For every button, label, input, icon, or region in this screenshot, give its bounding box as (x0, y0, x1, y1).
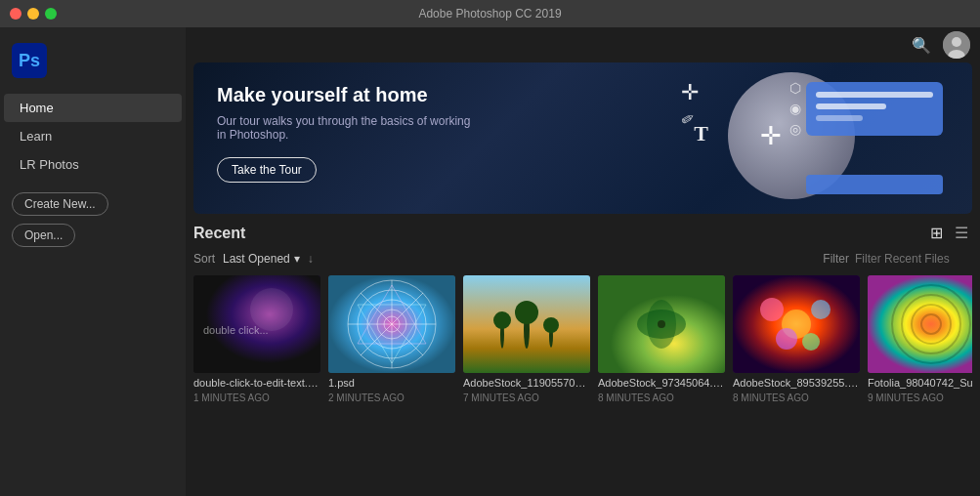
sidebar: Ps Home Learn LR Photos Create New... Op… (0, 27, 186, 496)
sort-bar: Sort Last Opened ▾ ↓ Filter (193, 252, 972, 266)
hero-decoration: ✛ ✏ T ✛ ⬡ ◉ ◎ (484, 62, 972, 214)
avatar[interactable] (943, 31, 970, 59)
file-time: 8 MINUTES AGO (598, 393, 725, 403)
file-thumbnail (328, 275, 455, 373)
svg-point-22 (493, 311, 511, 329)
hero-banner: Make yourself at home Our tour walks you… (193, 62, 972, 214)
file-name: AdobeStock_97345064.jpeg (598, 377, 725, 389)
move-tool-icon: ✛ (760, 121, 782, 151)
sidebar-item-home[interactable]: Home (4, 94, 182, 122)
recent-header: Recent ⊞ ☰ (193, 222, 972, 244)
sort-chevron-icon: ▾ (294, 252, 300, 266)
recent-section: Recent ⊞ ☰ Sort Last Opened ▾ (186, 222, 980, 496)
file-time: 7 MINUTES AGO (463, 393, 590, 403)
app-body: Ps Home Learn LR Photos Create New... Op… (0, 27, 980, 496)
layer-icon-2: ◉ (789, 101, 801, 116)
file-name: Fotolia_98040742_Subscripti... (868, 377, 972, 389)
file-thumbnail (733, 275, 860, 373)
ui-card-2 (806, 175, 943, 194)
list-item[interactable]: AdobeStock_119055706.jpeg 7 MINUTES AGO (463, 275, 590, 403)
list-item[interactable]: double click... double-click-to-edit-tex… (193, 275, 320, 403)
file-time: 1 MINUTES AGO (193, 393, 320, 403)
filter-controls: Filter (823, 252, 972, 266)
filter-input[interactable] (855, 252, 972, 266)
search-icon: 🔍 (912, 37, 931, 54)
maximize-button[interactable] (45, 8, 57, 20)
grid-view-button[interactable]: ⊞ (926, 222, 947, 244)
create-new-button[interactable]: Create New... (12, 192, 108, 216)
traffic-lights (0, 8, 57, 20)
card-line-1 (816, 92, 933, 98)
file-thumbnail: double click... (193, 275, 320, 373)
sort-controls: Sort Last Opened ▾ ↓ (193, 252, 314, 266)
svg-point-32 (811, 300, 831, 319)
thumbnails-grid: double click... double-click-to-edit-tex… (193, 275, 972, 403)
svg-point-1 (952, 37, 961, 47)
open-button[interactable]: Open... (12, 224, 75, 247)
list-item[interactable]: 1.psd 2 MINUTES AGO (328, 275, 455, 403)
sort-value: Last Opened (223, 252, 290, 266)
photoshop-logo: Ps (12, 43, 47, 78)
sort-direction-icon[interactable]: ↓ (308, 252, 314, 266)
card-line-3 (816, 115, 863, 121)
file-name: AdobeStock_89539255.jpeg (733, 377, 860, 389)
file-name: double-click-to-edit-text.png (193, 377, 320, 389)
file-time: 9 MINUTES AGO (868, 393, 972, 403)
file-thumbnail (463, 275, 590, 373)
svg-point-28 (658, 320, 665, 328)
layer-icon-3: ◎ (789, 121, 801, 137)
grid-view-icon: ⊞ (930, 225, 943, 241)
top-bar: 🔍 (186, 27, 980, 62)
minimize-button[interactable] (27, 8, 39, 20)
close-button[interactable] (10, 8, 21, 20)
list-view-icon: ☰ (955, 225, 968, 241)
search-button[interactable]: 🔍 (908, 32, 935, 59)
list-item[interactable]: AdobeStock_97345064.jpeg 8 MINUTES AGO (598, 275, 725, 403)
hero-subtitle: Our tour walks you through the basics of… (217, 114, 471, 142)
layer-icon-1: ⬡ (789, 80, 801, 96)
recent-title: Recent (193, 225, 245, 242)
take-tour-button[interactable]: Take the Tour (217, 157, 317, 183)
plus-icon: ✛ (681, 80, 699, 105)
card-line-2 (816, 103, 886, 109)
svg-rect-35 (868, 275, 972, 373)
list-item[interactable]: AdobeStock_89539255.jpeg 8 MINUTES AGO (733, 275, 860, 403)
file-name: AdobeStock_119055706.jpeg (463, 377, 590, 389)
layer-icons: ⬡ ◉ ◎ (789, 80, 801, 137)
svg-point-24 (543, 317, 559, 333)
file-thumbnail (868, 275, 972, 373)
file-time: 2 MINUTES AGO (328, 393, 455, 403)
svg-text:double click...: double click... (203, 324, 269, 336)
svg-point-30 (760, 298, 784, 321)
sidebar-nav: Home Learn LR Photos (0, 90, 186, 183)
svg-point-34 (802, 333, 820, 351)
filter-label: Filter (823, 252, 849, 266)
text-tool-icon: T (694, 121, 708, 146)
sidebar-item-learn[interactable]: Learn (4, 122, 182, 150)
file-name: 1.psd (328, 377, 455, 389)
main-content: 🔍 Make yourself at home Our tour walks y… (186, 27, 980, 496)
list-view-button[interactable]: ☰ (951, 222, 972, 244)
hero-title: Make yourself at home (217, 84, 471, 106)
sort-dropdown[interactable]: Last Opened ▾ (223, 252, 300, 266)
sidebar-item-lr-photos[interactable]: LR Photos (4, 150, 182, 179)
list-item[interactable]: Fotolia_98040742_Subscripti... 9 MINUTES… (868, 275, 972, 403)
hero-content: Make yourself at home Our tour walks you… (217, 84, 471, 183)
sort-label: Sort (193, 252, 215, 266)
file-thumbnail (598, 275, 725, 373)
sidebar-actions: Create New... Open... (0, 183, 186, 257)
sidebar-top: Ps (0, 35, 186, 90)
svg-point-20 (515, 301, 538, 324)
window-title: Adobe Photoshop CC 2019 (418, 7, 561, 21)
svg-point-33 (776, 328, 797, 350)
title-bar: Adobe Photoshop CC 2019 (0, 0, 980, 27)
ui-card-1 (806, 82, 943, 136)
view-toggles: ⊞ ☰ (926, 222, 972, 244)
file-time: 8 MINUTES AGO (733, 393, 860, 403)
